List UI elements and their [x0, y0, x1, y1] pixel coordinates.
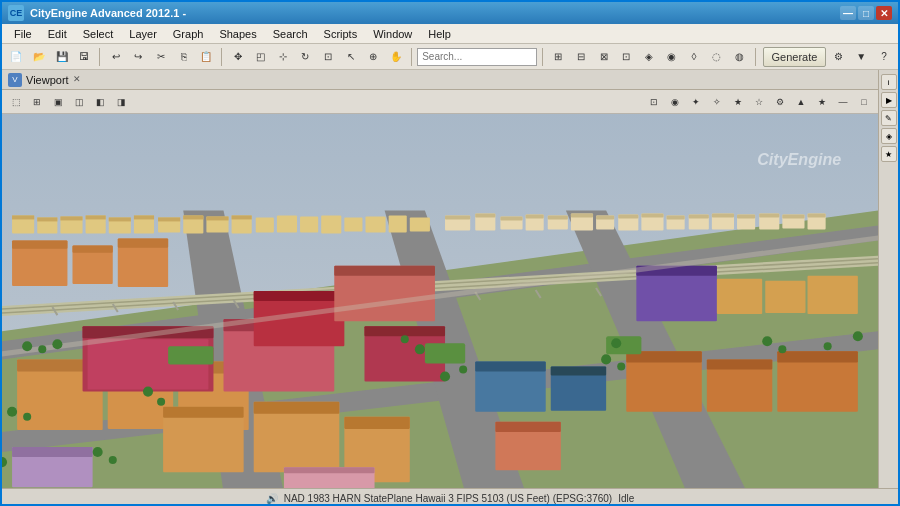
city-viewport[interactable]: CityEngine [2, 114, 878, 488]
help-icon[interactable]: ? [874, 47, 895, 67]
vp-btn-5[interactable]: ◧ [90, 93, 110, 111]
menu-window[interactable]: Window [365, 24, 420, 43]
svg-rect-134 [163, 407, 244, 418]
redo-button[interactable]: ↪ [128, 47, 149, 67]
svg-point-138 [22, 341, 32, 351]
tool-9[interactable]: ◍ [729, 47, 750, 67]
svg-rect-96 [168, 346, 213, 364]
svg-rect-45 [571, 213, 593, 217]
svg-rect-117 [410, 217, 430, 231]
cut-button[interactable]: ✂ [151, 47, 172, 67]
title-bar: CE CityEngine Advanced 2012.1 - — □ ✕ [2, 2, 898, 24]
status-bar: 🔊 NAD 1983 HARN StatePlane Hawaii 3 FIPS… [2, 488, 898, 506]
menu-file[interactable]: File [6, 24, 40, 43]
svg-rect-120 [60, 216, 82, 220]
right-btn-5[interactable]: ★ [881, 146, 897, 162]
svg-point-158 [415, 344, 425, 354]
right-panel: i ▶ ✎ ◈ ★ [878, 70, 898, 488]
svg-rect-74 [254, 291, 345, 301]
new-button[interactable]: 📄 [6, 47, 27, 67]
title-bar-left: CE CityEngine Advanced 2012.1 - [8, 5, 186, 21]
vp-snap-5[interactable]: ★ [728, 93, 748, 111]
vp-maximize[interactable]: □ [854, 93, 874, 111]
generate-extra[interactable]: ▼ [851, 47, 872, 67]
viewport-close-button[interactable]: ✕ [73, 74, 85, 86]
save-icon[interactable]: 🖫 [74, 47, 95, 67]
viewport-title: Viewport [26, 74, 69, 86]
svg-rect-84 [495, 422, 560, 432]
close-button[interactable]: ✕ [876, 6, 892, 20]
tool-6[interactable]: ◉ [661, 47, 682, 67]
svg-rect-95 [808, 276, 858, 314]
right-btn-3[interactable]: ✎ [881, 110, 897, 126]
svg-point-142 [23, 413, 31, 421]
tool-7[interactable]: ◊ [684, 47, 705, 67]
svg-point-140 [52, 339, 62, 349]
menu-search[interactable]: Search [265, 24, 316, 43]
move-button[interactable]: ⊹ [273, 47, 294, 67]
svg-rect-60 [72, 246, 112, 253]
minimize-button[interactable]: — [840, 6, 856, 20]
tool-8[interactable]: ◌ [706, 47, 727, 67]
vp-btn-6[interactable]: ◨ [111, 93, 131, 111]
tool-5[interactable]: ◈ [639, 47, 660, 67]
svg-rect-82 [551, 366, 606, 375]
zoom-button[interactable]: ⊕ [363, 47, 384, 67]
svg-rect-61 [118, 239, 168, 248]
copy-button[interactable]: ⎘ [173, 47, 194, 67]
vp-snap-6[interactable]: ☆ [749, 93, 769, 111]
save-button[interactable]: 💾 [51, 47, 72, 67]
pan-button[interactable]: ✋ [386, 47, 407, 67]
svg-point-139 [38, 345, 46, 353]
menu-layer[interactable]: Layer [121, 24, 165, 43]
generate-button[interactable]: Generate [763, 47, 827, 67]
svg-rect-48 [641, 213, 663, 217]
tool-1[interactable]: ⊞ [548, 47, 569, 67]
select-tool[interactable]: ◰ [250, 47, 271, 67]
cursor-button[interactable]: ↖ [340, 47, 361, 67]
svg-rect-127 [232, 215, 252, 219]
right-btn-4[interactable]: ◈ [881, 128, 897, 144]
open-button[interactable]: 📂 [29, 47, 50, 67]
vp-btn-4[interactable]: ◫ [69, 93, 89, 111]
tool-2[interactable]: ⊟ [571, 47, 592, 67]
vp-minimize[interactable]: — [833, 93, 853, 111]
vp-snap-9[interactable]: ★ [812, 93, 832, 111]
vp-btn-2[interactable]: ⊞ [27, 93, 47, 111]
menu-scripts[interactable]: Scripts [316, 24, 366, 43]
menu-shapes[interactable]: Shapes [211, 24, 264, 43]
vp-snap-1[interactable]: ⊡ [644, 93, 664, 111]
menu-help[interactable]: Help [420, 24, 459, 43]
svg-point-145 [440, 371, 450, 381]
scale-button[interactable]: ⊡ [318, 47, 339, 67]
undo-button[interactable]: ↩ [105, 47, 126, 67]
toolbar-sep-4 [542, 48, 543, 66]
menu-bar: File Edit Select Layer Graph Shapes Sear… [2, 24, 898, 44]
menu-graph[interactable]: Graph [165, 24, 212, 43]
tool-3[interactable]: ⊠ [593, 47, 614, 67]
svg-rect-47 [618, 214, 638, 218]
vp-snap-4[interactable]: ✧ [707, 93, 727, 111]
right-btn-1[interactable]: i [881, 74, 897, 90]
vp-snap-8[interactable]: ▲ [791, 93, 811, 111]
status-text: NAD 1983 HARN StatePlane Hawaii 3 FIPS 5… [284, 493, 612, 504]
generate-settings[interactable]: ⚙ [828, 47, 849, 67]
vp-btn-3[interactable]: ▣ [48, 93, 68, 111]
paste-button[interactable]: 📋 [196, 47, 217, 67]
rotate-button[interactable]: ↻ [295, 47, 316, 67]
right-btn-2[interactable]: ▶ [881, 92, 897, 108]
navigate-button[interactable]: ✥ [227, 47, 248, 67]
svg-rect-118 [12, 215, 34, 219]
svg-rect-53 [759, 213, 779, 217]
search-input[interactable] [417, 48, 537, 66]
svg-rect-122 [109, 217, 131, 221]
menu-edit[interactable]: Edit [40, 24, 75, 43]
svg-point-146 [459, 365, 467, 373]
tool-4[interactable]: ⊡ [616, 47, 637, 67]
menu-select[interactable]: Select [75, 24, 122, 43]
vp-btn-1[interactable]: ⬚ [6, 93, 26, 111]
vp-snap-2[interactable]: ◉ [665, 93, 685, 111]
vp-snap-3[interactable]: ✦ [686, 93, 706, 111]
vp-snap-7[interactable]: ⚙ [770, 93, 790, 111]
maximize-button[interactable]: □ [858, 6, 874, 20]
